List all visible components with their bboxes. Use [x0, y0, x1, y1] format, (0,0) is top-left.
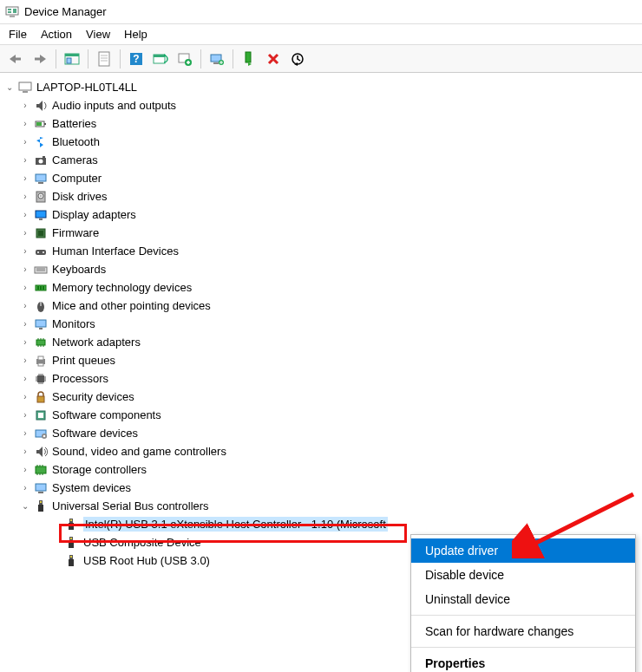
svg-point-37 [40, 195, 42, 197]
category-node[interactable]: ›Sound, video and game controllers [3, 442, 639, 460]
svg-rect-51 [43, 286, 44, 290]
properties-button[interactable] [93, 48, 115, 70]
chevron-down-icon[interactable]: ⌄ [3, 82, 16, 94]
forward-button[interactable] [29, 48, 51, 70]
category-node[interactable]: ›Disk drives [3, 187, 639, 206]
mouse-icon [33, 299, 49, 313]
toolbar-separator [56, 49, 56, 69]
chevron-right-icon[interactable]: › [19, 136, 31, 148]
update-driver-button[interactable] [206, 48, 228, 70]
chevron-right-icon[interactable]: › [19, 355, 31, 367]
context-menu-item[interactable]: Properties [411, 651, 635, 672]
category-node[interactable]: ›Memory technology devices [3, 278, 639, 297]
chevron-right-icon[interactable]: › [19, 154, 31, 166]
category-node[interactable]: ›Monitors [3, 315, 639, 333]
chevron-right-icon[interactable]: › [19, 336, 31, 349]
category-node[interactable]: ›Processors [3, 369, 639, 388]
chevron-down-icon[interactable]: ⌄ [19, 500, 31, 512]
context-menu-item[interactable]: Uninstall device [411, 587, 635, 611]
disable-device-button[interactable] [286, 48, 309, 70]
category-node[interactable]: ›Cameras [3, 151, 639, 169]
chevron-right-icon[interactable]: › [19, 264, 31, 276]
root-label: LAPTOP-HL0TL4LL [36, 81, 137, 94]
menu-action[interactable]: Action [41, 28, 72, 41]
menu-file[interactable]: File [9, 28, 27, 41]
chevron-right-icon[interactable]: › [19, 391, 31, 403]
category-node[interactable]: ›Computer [3, 169, 639, 187]
chevron-right-icon[interactable]: › [19, 173, 31, 185]
svg-rect-58 [38, 356, 43, 360]
category-node[interactable]: ›Software components [3, 406, 639, 424]
svg-point-66 [43, 434, 46, 437]
category-label: Firmware [52, 226, 99, 239]
toolbar-separator [120, 49, 121, 69]
usb-icon [33, 499, 49, 513]
category-label: Print queues [52, 354, 115, 367]
svg-rect-69 [38, 492, 43, 493]
chevron-right-icon[interactable]: › [19, 318, 31, 330]
scan-button[interactable] [149, 48, 172, 70]
context-menu-item[interactable]: Disable device [411, 563, 635, 587]
chevron-right-icon[interactable]: › [19, 282, 31, 294]
category-label: Security devices [52, 390, 134, 403]
svg-rect-4 [10, 16, 15, 17]
toolbar-separator [88, 49, 88, 69]
category-node[interactable]: ›Mice and other pointing devices [3, 297, 639, 315]
category-node[interactable]: ›Bluetooth [3, 133, 639, 151]
chevron-right-icon[interactable]: › [19, 446, 31, 458]
enable-device-button[interactable] [238, 48, 260, 70]
chevron-right-icon[interactable]: › [19, 100, 31, 112]
chevron-right-icon[interactable]: › [19, 409, 31, 421]
app-icon [5, 5, 19, 19]
chevron-right-icon[interactable]: › [19, 118, 31, 130]
memory-icon [33, 281, 49, 295]
menu-view[interactable]: View [86, 28, 110, 41]
printqueue-icon [33, 354, 49, 368]
chevron-right-icon[interactable]: › [19, 209, 31, 221]
show-hide-console-button[interactable] [61, 48, 83, 70]
svg-rect-49 [37, 286, 39, 290]
svg-rect-39 [39, 219, 43, 220]
device-node[interactable]: Intel(R) USB 3.1 eXtensible Host Control… [3, 515, 639, 533]
add-legacy-button[interactable] [174, 48, 196, 70]
svg-point-43 [37, 251, 39, 253]
back-button[interactable] [4, 48, 27, 70]
uninstall-device-button[interactable] [262, 48, 285, 70]
help-button[interactable]: ? [125, 48, 147, 70]
category-node[interactable]: ›Software devices [3, 424, 639, 442]
category-node-usb[interactable]: ⌄ Universal Serial Bus controllers [3, 497, 639, 515]
context-menu-item[interactable]: Update driver [411, 538, 635, 563]
root-node[interactable]: ⌄ LAPTOP-HL0TL4LL [3, 78, 639, 96]
category-node[interactable]: ›Human Interface Devices [3, 242, 639, 260]
category-node[interactable]: ›System devices [3, 479, 639, 497]
category-label: Storage controllers [52, 463, 147, 476]
chevron-right-icon[interactable]: › [19, 427, 31, 440]
chevron-right-icon[interactable]: › [19, 245, 31, 258]
category-node[interactable]: ›Batteries [3, 114, 639, 133]
category-label: Batteries [52, 117, 96, 130]
menu-help[interactable]: Help [124, 28, 147, 41]
category-node[interactable]: ›Print queues [3, 351, 639, 369]
category-node[interactable]: ›Network adapters [3, 333, 639, 351]
chevron-right-icon[interactable]: › [19, 464, 31, 476]
category-node[interactable]: ›Display adapters [3, 206, 639, 224]
category-node[interactable]: ›Storage controllers [3, 460, 639, 479]
chevron-right-icon[interactable]: › [19, 227, 31, 239]
category-node[interactable]: ›Keyboards [3, 260, 639, 278]
chevron-right-icon[interactable]: › [19, 482, 31, 494]
bluetooth-icon [33, 135, 49, 149]
category-node[interactable]: ›Security devices [3, 388, 639, 406]
sound-icon [33, 445, 49, 459]
category-node[interactable]: ›Audio inputs and outputs [3, 96, 639, 114]
chevron-right-icon[interactable]: › [19, 300, 31, 312]
category-label: Human Interface Devices [52, 245, 179, 258]
svg-rect-61 [37, 396, 44, 402]
svg-rect-3 [13, 9, 16, 13]
category-node[interactable]: ›Firmware [3, 224, 639, 242]
system-icon [33, 481, 49, 495]
chevron-right-icon[interactable]: › [19, 373, 31, 385]
context-menu-separator [411, 647, 635, 648]
context-menu-item[interactable]: Scan for hardware changes [411, 619, 635, 643]
svg-rect-26 [23, 91, 28, 93]
chevron-right-icon[interactable]: › [19, 191, 31, 203]
